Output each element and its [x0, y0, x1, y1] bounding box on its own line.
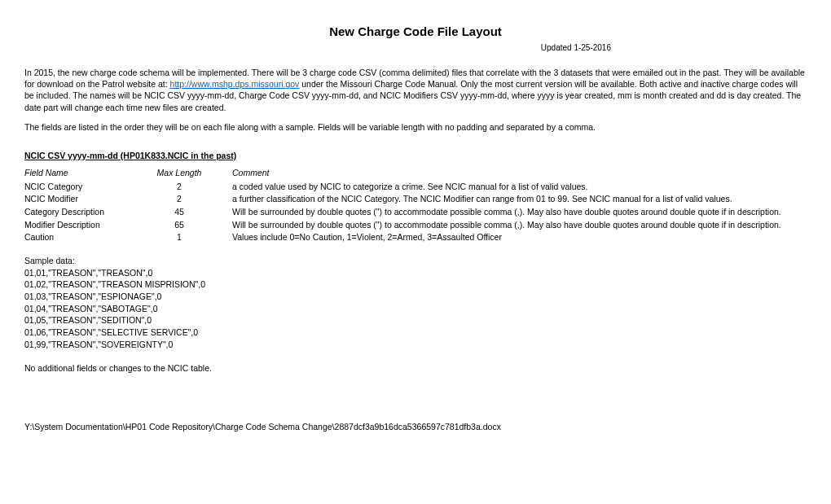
sample-label: Sample data:	[24, 255, 807, 267]
table-row: NCIC Category 2 a coded value used by NC…	[24, 181, 807, 193]
cell-name: Caution	[24, 231, 151, 243]
cell-len: 2	[151, 181, 232, 193]
intro-paragraph-1: In 2015, the new charge code schema will…	[24, 67, 807, 113]
cell-comment: a coded value used by NCIC to categorize…	[232, 181, 807, 193]
table-row: Caution 1 Values include 0=No Caution, 1…	[24, 231, 807, 243]
cell-len: 2	[151, 193, 232, 205]
table-row: Modifier Description 65 Will be surround…	[24, 219, 807, 231]
cell-name: NCIC Modifier	[24, 193, 151, 205]
section-heading-ncic: NCIC CSV yyyy-mm-dd (HP01K833.NCIC in th…	[24, 151, 807, 160]
cell-comment: Values include 0=No Caution, 1=Violent, …	[232, 231, 807, 243]
cell-len: 65	[151, 219, 232, 231]
cell-len: 45	[151, 206, 232, 218]
sample-line: 01,99,"TREASON","SOVEREIGNTY",0	[24, 339, 807, 351]
table-header-row: Field Name Max Length Comment	[24, 167, 807, 179]
cell-comment: Will be surrounded by double quotes (") …	[232, 206, 807, 218]
cell-name: Modifier Description	[24, 219, 151, 231]
cell-name: Category Description	[24, 206, 151, 218]
sample-line: 01,06,"TREASON","SELECTIVE SERVICE",0	[24, 327, 807, 339]
cell-name: NCIC Category	[24, 181, 151, 193]
sample-line: 01,02,"TREASON","TREASON MISPRISION",0	[24, 278, 807, 291]
sample-line: 01,03,"TREASON","ESPIONAGE",0	[24, 291, 807, 303]
sample-data-block: Sample data: 01,01,"TREASON","TREASON",0…	[24, 255, 807, 351]
updated-date: Updated 1-25-2016	[24, 43, 807, 52]
table-row: NCIC Modifier 2 a further classification…	[24, 193, 807, 205]
sample-line: 01,05,"TREASON","SEDITION",0	[24, 314, 807, 327]
sample-line: 01,04,"TREASON","SABOTAGE",0	[24, 303, 807, 315]
closing-note: No additional fields or changes to the N…	[24, 363, 807, 373]
header-comment: Comment	[232, 167, 807, 179]
cell-comment: a further classification of the NCIC Cat…	[232, 193, 807, 205]
field-table: Field Name Max Length Comment NCIC Categ…	[24, 167, 807, 243]
cell-comment: Will be surrounded by double quotes (") …	[232, 219, 807, 231]
header-field-name: Field Name	[24, 167, 151, 179]
cell-len: 1	[151, 231, 232, 243]
patrol-website-link[interactable]: http://www.mshp.dps.missouri.gov	[170, 79, 300, 89]
table-row: Category Description 45 Will be surround…	[24, 206, 807, 218]
intro-paragraph-2: The fields are listed in the order they …	[24, 121, 807, 133]
page-title: New Charge Code File Layout	[24, 24, 807, 38]
sample-line: 01,01,"TREASON","TREASON",0	[24, 267, 807, 279]
header-max-length: Max Length	[151, 167, 232, 179]
footer-file-path: Y:\System Documentation\HP01 Code Reposi…	[24, 422, 807, 432]
